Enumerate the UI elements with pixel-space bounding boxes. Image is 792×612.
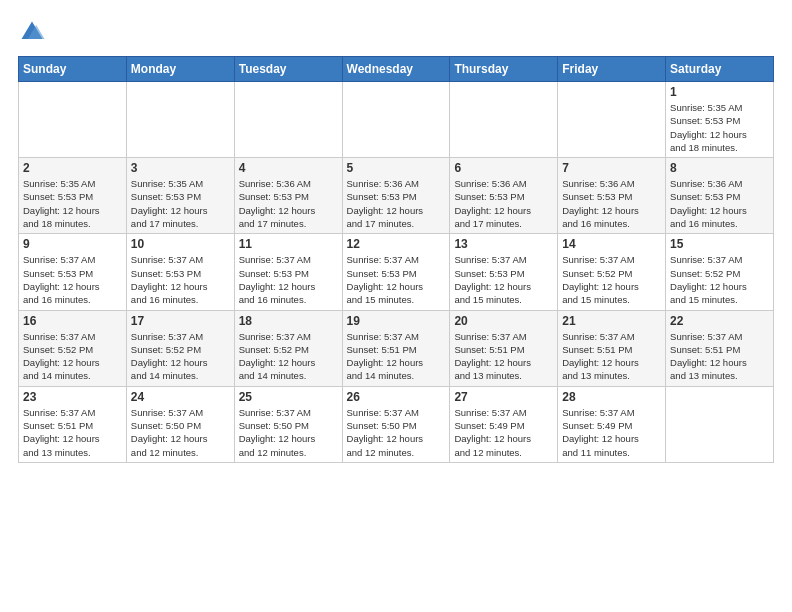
day-number: 19 [347,314,446,328]
calendar-table: SundayMondayTuesdayWednesdayThursdayFrid… [18,56,774,463]
day-number: 7 [562,161,661,175]
calendar-cell: 14Sunrise: 5:37 AMSunset: 5:52 PMDayligh… [558,234,666,310]
day-info: Sunrise: 5:37 AMSunset: 5:52 PMDaylight:… [562,253,661,306]
calendar-cell [342,82,450,158]
calendar-body: 1Sunrise: 5:35 AMSunset: 5:53 PMDaylight… [19,82,774,463]
day-number: 24 [131,390,230,404]
day-info: Sunrise: 5:36 AMSunset: 5:53 PMDaylight:… [454,177,553,230]
calendar-cell: 5Sunrise: 5:36 AMSunset: 5:53 PMDaylight… [342,158,450,234]
calendar-cell [558,82,666,158]
day-info: Sunrise: 5:35 AMSunset: 5:53 PMDaylight:… [131,177,230,230]
header [18,18,774,46]
day-number: 6 [454,161,553,175]
calendar-cell: 15Sunrise: 5:37 AMSunset: 5:52 PMDayligh… [666,234,774,310]
calendar-cell: 21Sunrise: 5:37 AMSunset: 5:51 PMDayligh… [558,310,666,386]
day-info: Sunrise: 5:37 AMSunset: 5:50 PMDaylight:… [131,406,230,459]
calendar-week-4: 16Sunrise: 5:37 AMSunset: 5:52 PMDayligh… [19,310,774,386]
weekday-header-monday: Monday [126,57,234,82]
day-number: 8 [670,161,769,175]
calendar-week-2: 2Sunrise: 5:35 AMSunset: 5:53 PMDaylight… [19,158,774,234]
day-number: 17 [131,314,230,328]
day-info: Sunrise: 5:37 AMSunset: 5:51 PMDaylight:… [562,330,661,383]
day-number: 2 [23,161,122,175]
calendar-cell: 7Sunrise: 5:36 AMSunset: 5:53 PMDaylight… [558,158,666,234]
day-info: Sunrise: 5:36 AMSunset: 5:53 PMDaylight:… [670,177,769,230]
day-number: 16 [23,314,122,328]
calendar-cell [126,82,234,158]
weekday-header-wednesday: Wednesday [342,57,450,82]
logo [18,18,48,46]
day-number: 3 [131,161,230,175]
day-info: Sunrise: 5:37 AMSunset: 5:52 PMDaylight:… [131,330,230,383]
day-number: 25 [239,390,338,404]
calendar-cell: 10Sunrise: 5:37 AMSunset: 5:53 PMDayligh… [126,234,234,310]
day-number: 13 [454,237,553,251]
calendar-cell [666,386,774,462]
calendar-cell: 25Sunrise: 5:37 AMSunset: 5:50 PMDayligh… [234,386,342,462]
day-info: Sunrise: 5:36 AMSunset: 5:53 PMDaylight:… [239,177,338,230]
day-info: Sunrise: 5:37 AMSunset: 5:53 PMDaylight:… [131,253,230,306]
day-number: 18 [239,314,338,328]
calendar-cell: 27Sunrise: 5:37 AMSunset: 5:49 PMDayligh… [450,386,558,462]
calendar-cell: 11Sunrise: 5:37 AMSunset: 5:53 PMDayligh… [234,234,342,310]
day-number: 9 [23,237,122,251]
weekday-row: SundayMondayTuesdayWednesdayThursdayFrid… [19,57,774,82]
calendar-cell: 9Sunrise: 5:37 AMSunset: 5:53 PMDaylight… [19,234,127,310]
weekday-header-saturday: Saturday [666,57,774,82]
calendar-cell [19,82,127,158]
calendar-cell: 19Sunrise: 5:37 AMSunset: 5:51 PMDayligh… [342,310,450,386]
page: SundayMondayTuesdayWednesdayThursdayFrid… [0,0,792,612]
weekday-header-thursday: Thursday [450,57,558,82]
calendar-cell [234,82,342,158]
day-info: Sunrise: 5:37 AMSunset: 5:51 PMDaylight:… [347,330,446,383]
day-number: 26 [347,390,446,404]
calendar-cell: 22Sunrise: 5:37 AMSunset: 5:51 PMDayligh… [666,310,774,386]
day-number: 10 [131,237,230,251]
day-info: Sunrise: 5:35 AMSunset: 5:53 PMDaylight:… [670,101,769,154]
day-info: Sunrise: 5:37 AMSunset: 5:49 PMDaylight:… [562,406,661,459]
day-info: Sunrise: 5:37 AMSunset: 5:53 PMDaylight:… [454,253,553,306]
day-number: 11 [239,237,338,251]
calendar-week-3: 9Sunrise: 5:37 AMSunset: 5:53 PMDaylight… [19,234,774,310]
day-number: 15 [670,237,769,251]
day-info: Sunrise: 5:37 AMSunset: 5:53 PMDaylight:… [23,253,122,306]
weekday-header-tuesday: Tuesday [234,57,342,82]
day-info: Sunrise: 5:37 AMSunset: 5:51 PMDaylight:… [23,406,122,459]
calendar-cell: 20Sunrise: 5:37 AMSunset: 5:51 PMDayligh… [450,310,558,386]
calendar-cell: 1Sunrise: 5:35 AMSunset: 5:53 PMDaylight… [666,82,774,158]
day-info: Sunrise: 5:37 AMSunset: 5:53 PMDaylight:… [347,253,446,306]
calendar-cell: 13Sunrise: 5:37 AMSunset: 5:53 PMDayligh… [450,234,558,310]
calendar-cell: 24Sunrise: 5:37 AMSunset: 5:50 PMDayligh… [126,386,234,462]
day-number: 5 [347,161,446,175]
day-info: Sunrise: 5:37 AMSunset: 5:51 PMDaylight:… [670,330,769,383]
day-number: 4 [239,161,338,175]
day-info: Sunrise: 5:37 AMSunset: 5:52 PMDaylight:… [670,253,769,306]
day-number: 27 [454,390,553,404]
calendar-cell: 17Sunrise: 5:37 AMSunset: 5:52 PMDayligh… [126,310,234,386]
weekday-header-friday: Friday [558,57,666,82]
day-info: Sunrise: 5:36 AMSunset: 5:53 PMDaylight:… [347,177,446,230]
day-info: Sunrise: 5:37 AMSunset: 5:53 PMDaylight:… [239,253,338,306]
calendar-cell: 3Sunrise: 5:35 AMSunset: 5:53 PMDaylight… [126,158,234,234]
day-number: 14 [562,237,661,251]
day-number: 23 [23,390,122,404]
day-number: 1 [670,85,769,99]
day-number: 22 [670,314,769,328]
day-info: Sunrise: 5:37 AMSunset: 5:50 PMDaylight:… [347,406,446,459]
weekday-header-sunday: Sunday [19,57,127,82]
calendar-cell: 23Sunrise: 5:37 AMSunset: 5:51 PMDayligh… [19,386,127,462]
calendar-cell: 6Sunrise: 5:36 AMSunset: 5:53 PMDaylight… [450,158,558,234]
calendar-cell: 2Sunrise: 5:35 AMSunset: 5:53 PMDaylight… [19,158,127,234]
day-info: Sunrise: 5:37 AMSunset: 5:52 PMDaylight:… [239,330,338,383]
logo-icon [18,18,46,46]
day-info: Sunrise: 5:37 AMSunset: 5:50 PMDaylight:… [239,406,338,459]
calendar-cell: 8Sunrise: 5:36 AMSunset: 5:53 PMDaylight… [666,158,774,234]
day-info: Sunrise: 5:37 AMSunset: 5:51 PMDaylight:… [454,330,553,383]
day-info: Sunrise: 5:37 AMSunset: 5:52 PMDaylight:… [23,330,122,383]
day-number: 12 [347,237,446,251]
calendar-header: SundayMondayTuesdayWednesdayThursdayFrid… [19,57,774,82]
calendar-cell: 18Sunrise: 5:37 AMSunset: 5:52 PMDayligh… [234,310,342,386]
calendar-cell: 16Sunrise: 5:37 AMSunset: 5:52 PMDayligh… [19,310,127,386]
calendar-cell [450,82,558,158]
calendar-cell: 12Sunrise: 5:37 AMSunset: 5:53 PMDayligh… [342,234,450,310]
